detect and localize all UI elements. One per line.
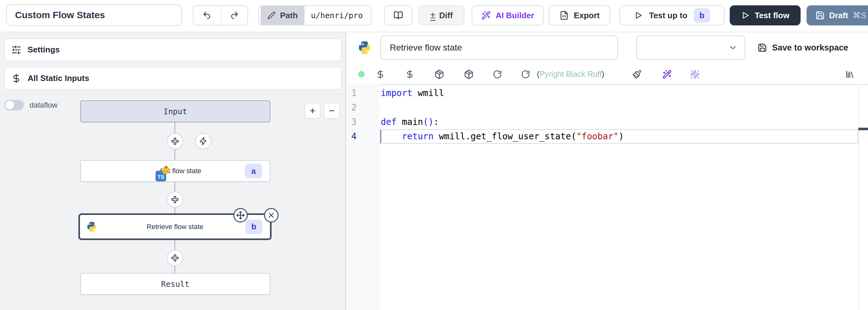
editor-right-border	[858, 84, 859, 310]
line-number: 1	[347, 86, 356, 101]
line-number: 2	[347, 101, 356, 115]
undo-button[interactable]	[193, 6, 220, 25]
code-line[interactable]	[381, 101, 624, 115]
settings-button[interactable]: Settings	[4, 38, 342, 61]
zoom-in-button[interactable]: +	[305, 103, 320, 119]
lightning-icon	[199, 137, 208, 146]
flow-node-input[interactable]: Input	[80, 101, 270, 122]
save-icon	[757, 43, 767, 52]
test-flow-button[interactable]: Test flow	[730, 5, 801, 25]
play-icon	[634, 11, 643, 20]
python-icon	[358, 40, 372, 55]
reload-assistants-button[interactable]	[520, 64, 531, 84]
delete-node-button[interactable]	[264, 208, 278, 222]
assistants-open-paren: (	[537, 69, 539, 79]
input-node-label: Input	[163, 107, 187, 116]
step-name-value: Retrieve flow state	[390, 43, 462, 53]
retrieve-flow-state-label: Retrieve flow state	[147, 223, 204, 231]
test-up-to-step-badge: b	[694, 8, 710, 23]
ai-autocomplete-disabled-button[interactable]	[689, 64, 701, 84]
chevron-down-icon	[728, 43, 738, 52]
plus-icon	[170, 137, 180, 146]
close-icon	[267, 211, 275, 219]
path-value: u/henri/pro	[305, 6, 369, 25]
add-trigger-button[interactable]	[195, 133, 211, 149]
flow-title-text: Custom Flow States	[15, 10, 105, 20]
plus-icon	[170, 195, 180, 204]
save-draft-button[interactable]: Draft ⌘S	[807, 5, 868, 25]
redo-button[interactable]	[220, 6, 247, 25]
flow-node-set-flow-state[interactable]: TS 👶 Set flow state a	[80, 160, 270, 182]
test-up-to-label: Test up to	[649, 11, 687, 20]
flow-node-result[interactable]: Result	[80, 273, 270, 295]
insert-step-button-2[interactable]	[167, 191, 183, 208]
all-static-inputs-button[interactable]: All Static Inputs	[4, 67, 342, 90]
dataflow-toggle-row: dataflow	[4, 100, 57, 110]
resources-button[interactable]	[433, 64, 445, 84]
docs-button[interactable]	[384, 5, 412, 25]
sparkles-off-icon	[690, 69, 700, 79]
zoom-in-label: +	[310, 105, 315, 117]
ai-edit-button[interactable]	[661, 64, 673, 84]
export-button[interactable]: Export	[549, 5, 610, 25]
flow-node-retrieve-flow-state[interactable]: Retrieve flow state b	[79, 214, 272, 240]
code-line[interactable]: def main():	[381, 115, 624, 129]
step-a-badge: a	[245, 164, 262, 178]
zoom-out-label: −	[329, 105, 335, 117]
insert-step-button-1[interactable]	[167, 133, 183, 149]
diff-button[interactable]: ± Diff	[418, 5, 464, 25]
reload-button[interactable]	[491, 64, 503, 84]
code-lines: import wmilldef main(): return wmill.get…	[381, 86, 624, 144]
typescript-icon: TS 👶	[156, 171, 166, 181]
ai-builder-button[interactable]: AI Builder	[472, 5, 544, 25]
dollar-icon	[11, 74, 21, 83]
line-number: 4	[347, 129, 356, 144]
package-icon	[464, 69, 474, 79]
paintbrush-icon	[632, 69, 642, 79]
dependencies-button[interactable]	[463, 64, 475, 84]
path-label: Path	[280, 11, 298, 20]
library-panel-button[interactable]	[843, 64, 856, 84]
plus-minus-icon: ±	[430, 10, 435, 21]
step-name-input[interactable]: Retrieve flow state	[380, 35, 618, 60]
static-inputs-button[interactable]	[374, 64, 386, 84]
wand-sparkles-icon	[482, 11, 491, 20]
move-node-handle[interactable]	[233, 208, 248, 222]
dataflow-toggle[interactable]	[4, 100, 24, 110]
save-icon	[815, 11, 825, 20]
panel-divider	[0, 94, 346, 95]
format-code-button[interactable]	[631, 64, 643, 84]
move-icon	[236, 211, 245, 220]
redo-icon	[229, 11, 239, 20]
baby-emoji: 👶	[161, 166, 170, 174]
code-editor[interactable]: 1234 import wmilldef main(): return wmil…	[347, 86, 868, 310]
code-line[interactable]: return wmill.get_flow_user_state("foobar…	[381, 129, 624, 144]
dollar-icon	[405, 69, 414, 79]
step-editor-panel: Retrieve flow state Save to workspace	[347, 32, 868, 310]
assistants-status: (Pyright Black Ruff)	[537, 64, 604, 84]
refresh-icon	[521, 69, 530, 79]
status-dot	[355, 64, 368, 84]
zoom-out-button[interactable]: −	[323, 103, 340, 119]
draft-shortcut: ⌘S	[852, 11, 866, 20]
dollar-icon	[376, 69, 385, 79]
plus-icon	[170, 253, 180, 263]
settings-label: Settings	[28, 45, 60, 55]
ai-builder-label: AI Builder	[496, 11, 534, 20]
flow-title-input[interactable]: Custom Flow States	[6, 4, 182, 26]
library-icon	[845, 69, 855, 79]
save-to-workspace-button[interactable]: Save to workspace	[757, 35, 848, 60]
code-line[interactable]: import wmill	[381, 86, 624, 101]
step-b-badge: b	[245, 220, 262, 234]
assistants-close-paren: )	[602, 69, 604, 79]
path-chip: Path	[260, 6, 305, 25]
path-button[interactable]: Path u/henri/pro	[258, 5, 372, 25]
refresh-icon	[493, 69, 502, 79]
play-icon	[741, 11, 750, 20]
gutter: 1234	[347, 86, 356, 144]
test-up-to-button[interactable]: Test up to b	[619, 5, 725, 25]
step-header: Retrieve flow state Save to workspace	[347, 32, 868, 64]
variables-button[interactable]	[404, 64, 416, 84]
insert-step-button-3[interactable]	[167, 250, 183, 266]
tag-select[interactable]	[636, 35, 745, 60]
